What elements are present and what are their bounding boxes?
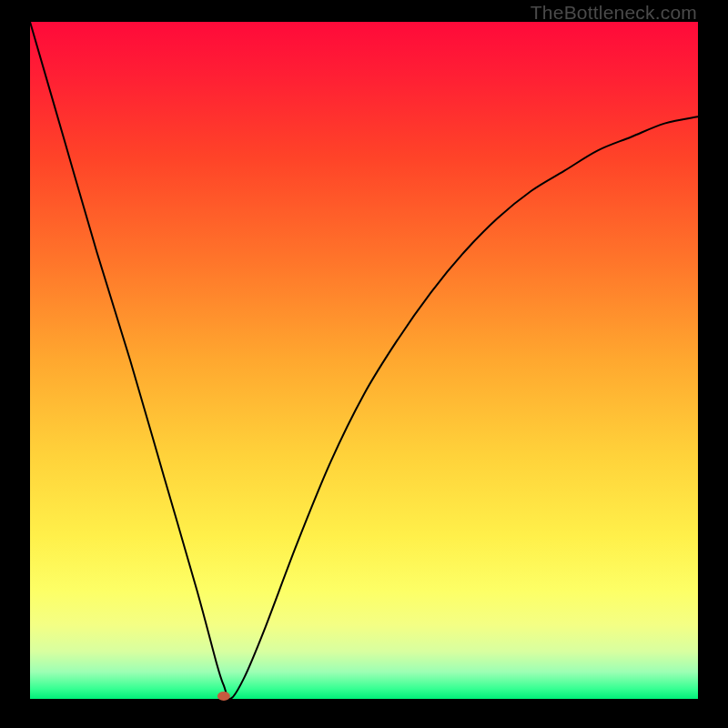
bottleneck-curve (30, 22, 698, 699)
outer-frame: TheBottleneck.com (0, 0, 728, 728)
attribution-text: TheBottleneck.com (531, 2, 697, 24)
plot-area (30, 22, 698, 699)
chart-svg (30, 22, 698, 699)
minimum-marker (217, 692, 230, 701)
